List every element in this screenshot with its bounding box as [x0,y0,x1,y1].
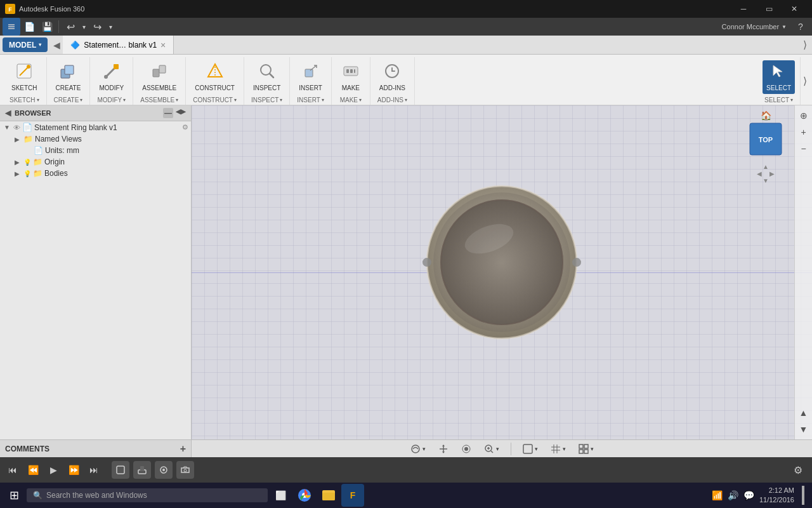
sketch-button[interactable]: SKETCH [8,60,41,94]
cube-nav-arrows[interactable]: ▲ ◀ ▶ ▼ [757,163,775,184]
settings-icon[interactable]: ⚙ [182,123,188,131]
inspect-button[interactable]: INSPECT [249,60,284,94]
timeline-icon-sketch[interactable] [155,461,173,479]
tree-label-bodies: Bodies [44,169,68,178]
tree-item-bodies[interactable]: ▶ 💡 📁 Bodies [0,168,191,179]
timeline-start-button[interactable]: ⏮ [5,462,20,478]
home-button[interactable]: 🏠 [759,110,772,121]
undo-dropdown[interactable]: ▾ [79,18,88,36]
view-cube[interactable]: 🏠 TOP ▲ ◀ [743,110,788,164]
browser-back-button[interactable]: ◀ [5,109,11,117]
tab-close-button[interactable]: × [160,40,166,50]
svg-line-22 [310,65,317,70]
assemble-button[interactable]: ASSEMBLE [138,60,180,94]
tree-item-origin[interactable]: ▶ 💡 📁 Origin [0,156,191,168]
add-ins-button[interactable]: ADD-INS [376,60,409,94]
ribbon-group-create: CREATE CREATE ▾ [47,57,91,105]
maximize-button[interactable]: ▭ [756,0,782,18]
zoom-button[interactable]: ▾ [480,443,503,455]
cube-up-arrow[interactable]: ▲ [763,163,769,170]
timeline-play-button[interactable]: ▶ [46,462,61,478]
minimize-button[interactable]: ─ [731,0,756,18]
model-mode-button[interactable]: MODEL ▾ [3,37,48,52]
visibility-icon-bodies[interactable]: 💡 [23,170,31,177]
comments-section[interactable]: COMMENTS + [0,440,192,457]
tab-statement-ring[interactable]: 🔷 Statement… blank v1 × [63,36,174,54]
ribbon-collapse-button[interactable]: ⟩ [801,57,809,105]
nav-down-button[interactable]: ▼ [796,422,811,437]
taskbar-app-explorer[interactable] [317,484,340,507]
show-desktop-button[interactable] [802,486,804,505]
task-view-button[interactable]: ⬜ [269,484,292,507]
pan-button[interactable] [435,443,452,455]
close-button[interactable]: ✕ [782,0,807,18]
user-area[interactable]: Connor Mccumber ▼ [717,18,792,36]
visibility-icon-origin[interactable]: 💡 [23,159,31,166]
svg-point-12 [104,75,108,79]
timeline-icon-extrude[interactable] [133,461,151,479]
cube-face-top[interactable]: TOP [749,122,783,162]
timeline: ⏮ ⏪ ▶ ⏩ ⏭ ⚙ [0,457,812,483]
display-mode-button[interactable]: ▾ [519,443,542,455]
insert-button[interactable]: INSERT [295,60,326,94]
expand-icon-bodies: ▶ [13,170,22,177]
timeline-end-button[interactable]: ⏭ [86,462,102,478]
cube-right-arrow[interactable]: ▶ [769,170,775,177]
visibility-icon[interactable]: 👁 [13,124,20,131]
look-at-button[interactable] [457,443,475,455]
tree-item-root[interactable]: ▼ 👁 📄 Statement Ring blank v1 ⚙ [0,121,191,133]
zoom-in-button[interactable]: + [796,124,811,140]
zoom-out-button[interactable]: − [796,141,811,156]
svg-point-63 [184,469,187,472]
orbit-button[interactable]: ▾ [407,443,429,455]
browser-header: ◀ BROWSER — ◀▶ [0,105,191,121]
timeline-icon-camera[interactable] [176,461,194,479]
taskbar-app-fusion[interactable]: F [341,484,364,507]
svg-point-33 [433,192,570,332]
search-box[interactable]: 🔍 Search the web and Windows [27,488,268,502]
network-icon[interactable]: 📶 [712,490,723,500]
fit-view-button[interactable]: ⊕ [796,108,811,123]
notification-icon[interactable]: 💬 [743,490,754,500]
clock[interactable]: 2:12 AM 11/12/2016 [759,486,794,505]
taskbar-app-chrome[interactable] [293,484,316,507]
redo-dropdown[interactable]: ▾ [106,18,115,36]
ribbon: SKETCH SKETCH ▾ CREATE CREATE ▾ [0,55,812,105]
cube-left-arrow[interactable]: ◀ [757,170,762,177]
nav-up-button[interactable]: ▲ [796,405,811,420]
app-menu-button[interactable] [3,18,20,36]
add-comment-button[interactable]: + [180,443,186,455]
svg-marker-42 [442,451,445,453]
ribbon-group-modify: MODIFY MODIFY ▾ [90,57,133,105]
collapse-panel-button[interactable]: ◀ [50,36,63,54]
search-icon: 🔍 [33,491,43,500]
volume-icon[interactable]: 🔊 [728,490,738,500]
tab-expand-button[interactable]: ⟩ [798,36,812,54]
browser-collapse-button[interactable]: — [163,108,173,118]
tree-item-units[interactable]: 📄 Units: mm [0,145,191,156]
grid-toggle-button[interactable]: ▾ [547,443,570,455]
viewport[interactable]: 🏠 TOP ▲ ◀ [192,105,812,439]
svg-point-8 [27,65,30,69]
save-button[interactable]: 💾 [38,18,56,36]
timeline-icon-box[interactable] [112,461,129,479]
start-button[interactable]: ⊞ [3,484,25,507]
timeline-next-button[interactable]: ⏩ [66,462,81,478]
construct-button[interactable]: CONSTRUCT [191,60,239,94]
timeline-prev-button[interactable]: ⏪ [25,462,41,478]
settings-button[interactable]: ⚙ [789,461,807,479]
modify-button[interactable]: MODIFY [95,60,128,94]
help-button[interactable]: ? [792,18,809,36]
create-button[interactable]: CREATE [52,60,85,94]
browser-expand-button[interactable]: ◀▶ [176,108,186,118]
undo-button[interactable]: ↩ [62,18,79,36]
browser-tree: ▼ 👁 📄 Statement Ring blank v1 ⚙ ▶ 📁 Name… [0,121,191,439]
make-button[interactable]: MAKE [337,60,365,94]
timeline-icons [112,461,194,479]
new-button[interactable]: 📄 [20,18,38,36]
tree-item-named-views[interactable]: ▶ 📁 Named Views [0,133,191,145]
cube-down-arrow[interactable]: ▼ [763,177,769,184]
redo-button[interactable]: ↪ [88,18,106,36]
select-button[interactable]: SELECT [763,60,795,94]
snap-button[interactable]: ▾ [575,443,598,455]
